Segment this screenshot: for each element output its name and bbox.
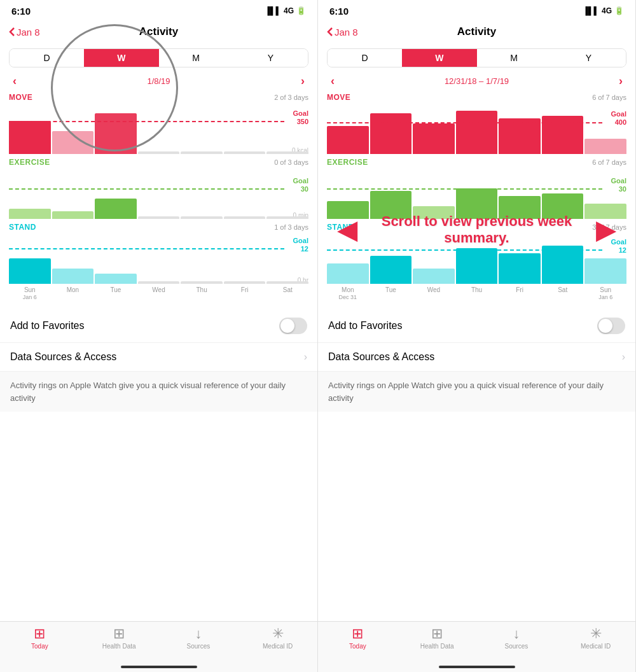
move-days-left: 2 of 3 days xyxy=(274,94,308,101)
health-label-left: Health Data xyxy=(102,643,136,650)
move-days-right: 6 of 7 days xyxy=(592,94,626,101)
stand-chart-left: STAND 1 of 3 days Goal12 0 hr xyxy=(0,220,317,285)
tab-y-right[interactable]: Y xyxy=(551,49,626,67)
tab-w-left[interactable]: W xyxy=(84,49,158,67)
add-favorites-row-right[interactable]: Add to Favorites xyxy=(318,309,635,343)
day-labels-right: MonDec 31 Tue Wed Thu Fri Sat SunJan 6 xyxy=(318,285,635,300)
exercise-bars-right: Goal30 0 min xyxy=(327,168,626,219)
prev-date-right[interactable]: ‹ xyxy=(331,74,335,88)
tab-today-right[interactable]: ⊞ Today xyxy=(318,627,398,650)
tab-sources-right[interactable]: ↓ Sources xyxy=(477,627,556,650)
back-button-left[interactable]: Jan 8 xyxy=(9,27,40,38)
exercise-label-right: EXERCISE xyxy=(327,158,368,167)
tab-m-right[interactable]: M xyxy=(477,49,551,67)
stand-bars-right: Goal12 0 hr xyxy=(327,233,626,284)
left-panel: 6:10 ▐▌▌ 4G 🔋 Jan 8 Activity D W M Y ‹ 1… xyxy=(0,0,318,672)
add-favorites-row-left[interactable]: Add to Favorites xyxy=(0,309,317,343)
today-icon-right: ⊞ xyxy=(352,627,363,641)
move-bars-left: Goal350 0 kcal xyxy=(9,103,308,154)
exercise-chart-right: EXERCISE 6 of 7 days Goal30 0 min xyxy=(318,155,635,220)
battery-icon: 🔋 xyxy=(296,6,306,15)
back-label-right: Jan 8 xyxy=(335,27,358,38)
add-favorites-label-right: Add to Favorites xyxy=(328,320,403,332)
exercise-days-right: 6 of 7 days xyxy=(592,158,626,166)
exercise-days-left: 0 of 3 days xyxy=(274,158,308,166)
exercise-chart-left: EXERCISE 0 of 3 days Goal30 0 min xyxy=(0,155,317,220)
period-tabs-right: D W M Y xyxy=(327,48,626,67)
status-icons-right: ▐▌▌ 4G 🔋 xyxy=(583,6,624,15)
next-date-left[interactable]: › xyxy=(301,74,305,88)
medical-icon-right: ✳ xyxy=(590,627,602,641)
today-label-right: Today xyxy=(349,643,366,650)
right-panel: 6:10 ▐▌▌ 4G 🔋 Jan 8 Activity D W M Y ‹ 1… xyxy=(318,0,636,672)
stand-days-right: 3 of 7 days xyxy=(592,223,626,231)
tab-sources-left[interactable]: ↓ Sources xyxy=(159,627,238,650)
status-icons-left: ▐▌▌ 4G 🔋 xyxy=(265,6,306,15)
move-chart-left: MOVE 2 of 3 days Goal350 0 kcal xyxy=(0,90,317,155)
toggle-knob-right xyxy=(598,319,612,333)
day-labels-left: SunJan 6 Mon Tue Wed Thu Fri Sat xyxy=(0,285,317,300)
stand-label-right: STAND xyxy=(327,223,354,232)
status-bar-left: 6:10 ▐▌▌ 4G 🔋 xyxy=(0,0,317,19)
today-label-left: Today xyxy=(31,643,48,650)
tab-today-left[interactable]: ⊞ Today xyxy=(0,627,80,650)
tab-bar-left: ⊞ Today ⊞ Health Data ↓ Sources ✳ Medica… xyxy=(0,621,317,672)
sources-icon-left: ↓ xyxy=(195,627,202,641)
health-icon-right: ⊞ xyxy=(431,627,443,641)
today-icon-left: ⊞ xyxy=(34,627,45,641)
favorites-toggle-left[interactable] xyxy=(279,318,307,334)
status-time-left: 6:10 xyxy=(11,6,31,17)
page-title-left: Activity xyxy=(139,25,178,38)
tab-y-left[interactable]: Y xyxy=(233,49,308,67)
add-favorites-label-left: Add to Favorites xyxy=(10,320,85,332)
description-left: Activity rings on Apple Watch give you a… xyxy=(0,372,317,412)
home-indicator-left xyxy=(121,666,197,668)
move-bars-right: Goal400 0 kcal xyxy=(327,103,626,154)
status-time-right: 6:10 xyxy=(329,6,349,17)
health-icon-left: ⊞ xyxy=(113,627,125,641)
favorites-toggle-right[interactable] xyxy=(597,318,625,334)
data-sources-row-left[interactable]: Data Sources & Access › xyxy=(0,343,317,372)
data-sources-row-right[interactable]: Data Sources & Access › xyxy=(318,343,635,372)
page-title-right: Activity xyxy=(457,25,496,38)
home-indicator-right xyxy=(439,666,515,668)
next-date-right[interactable]: › xyxy=(619,74,623,88)
move-label-right: MOVE xyxy=(327,93,350,102)
status-bar-right: 6:10 ▐▌▌ 4G 🔋 xyxy=(318,0,635,19)
medical-label-left: Medical ID xyxy=(263,643,293,650)
tab-d-left[interactable]: D xyxy=(10,49,84,67)
date-nav-left: ‹ 1/8/19 › xyxy=(0,71,317,90)
stand-bars-left: Goal12 0 hr xyxy=(9,233,308,284)
move-label-left: MOVE xyxy=(9,93,32,102)
bottom-section-left: Add to Favorites Data Sources & Access ›… xyxy=(0,309,317,412)
period-tabs-left: D W M Y xyxy=(9,48,308,67)
sources-icon-right: ↓ xyxy=(513,627,520,641)
signal-icon: ▐▌▌ xyxy=(265,6,281,15)
back-button-right[interactable]: Jan 8 xyxy=(327,27,358,38)
battery-icon-right: 🔋 xyxy=(614,6,624,15)
stand-label-left: STAND xyxy=(9,223,36,232)
signal-icon-right: ▐▌▌ xyxy=(583,6,599,15)
data-sources-chevron-left: › xyxy=(304,351,307,363)
exercise-label-left: EXERCISE xyxy=(9,158,50,167)
network-label: 4G xyxy=(284,6,294,15)
data-sources-label-right: Data Sources & Access xyxy=(328,351,434,363)
nav-header-right: Jan 8 Activity xyxy=(318,19,635,45)
move-chart-right: MOVE 6 of 7 days Goal400 0 kcal xyxy=(318,90,635,155)
network-label-right: 4G xyxy=(602,6,612,15)
tab-w-right[interactable]: W xyxy=(402,49,476,67)
prev-date-left[interactable]: ‹ xyxy=(13,74,17,88)
stand-days-left: 1 of 3 days xyxy=(274,223,308,231)
tab-medical-right[interactable]: ✳ Medical ID xyxy=(556,627,635,650)
stand-chart-right: STAND 3 of 7 days Goal12 0 hr xyxy=(318,220,635,285)
tab-d-right[interactable]: D xyxy=(328,49,402,67)
date-range-left: 1/8/19 xyxy=(147,76,170,86)
tab-medical-left[interactable]: ✳ Medical ID xyxy=(238,627,317,650)
tab-m-left[interactable]: M xyxy=(159,49,233,67)
tab-health-right[interactable]: ⊞ Health Data xyxy=(398,627,477,650)
bottom-section-right: Add to Favorites Data Sources & Access ›… xyxy=(318,309,635,412)
tab-health-left[interactable]: ⊞ Health Data xyxy=(80,627,159,650)
sources-label-right: Sources xyxy=(505,643,529,650)
toggle-knob-left xyxy=(280,319,294,333)
date-nav-right: ‹ 12/31/18 – 1/7/19 › xyxy=(318,71,635,90)
